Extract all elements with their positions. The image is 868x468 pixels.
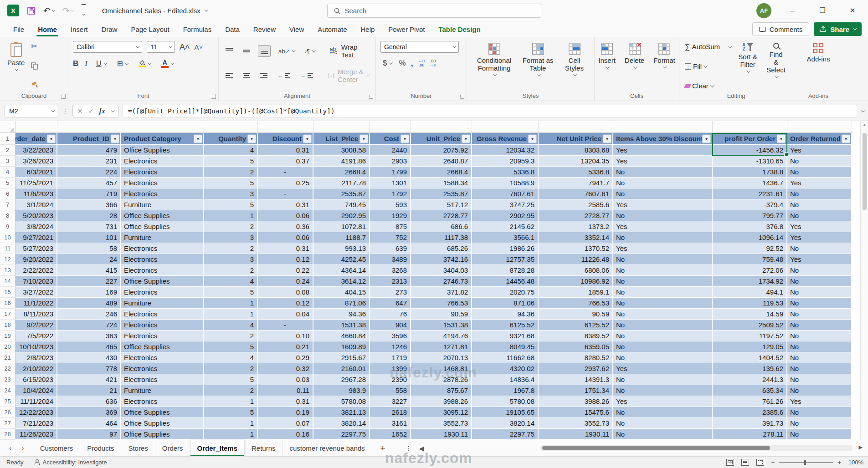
table-cell[interactable]: 1719 xyxy=(370,352,411,363)
sheet-tab-customers[interactable]: Customers xyxy=(33,440,81,456)
row-header[interactable]: 12 xyxy=(0,254,15,265)
table-cell[interactable]: Electronics xyxy=(121,309,204,320)
decrease-font-icon[interactable]: A˅ xyxy=(195,44,203,51)
table-cell[interactable]: 3821.13 xyxy=(313,407,370,418)
table-cell[interactable]: 421 xyxy=(57,374,121,385)
table-cell[interactable]: 1609.89 xyxy=(313,341,370,352)
table-cell[interactable]: 2 xyxy=(204,331,258,341)
table-cell[interactable]: 2440 xyxy=(370,145,411,156)
table-cell[interactable]: 0.29 xyxy=(258,352,313,363)
page-break-view-button[interactable] xyxy=(756,459,764,466)
ribbon-tab-view[interactable]: View xyxy=(282,21,311,37)
table-cell[interactable]: No xyxy=(613,298,713,309)
column-header-product-category[interactable]: Product Category▾ xyxy=(121,133,204,145)
row-header[interactable]: 22 xyxy=(0,363,15,374)
table-cell[interactable]: 1734.92 xyxy=(713,276,787,287)
font-dialog-launcher-icon[interactable] xyxy=(211,94,216,99)
table-cell[interactable]: No xyxy=(613,429,713,440)
table-cell[interactable]: 4320.02 xyxy=(472,363,539,374)
column-header-items-above-30-discount[interactable]: Items Above 30% Discount▾ xyxy=(613,133,713,145)
table-cell[interactable]: 2585.6 xyxy=(539,199,613,210)
table-cell[interactable]: 724 xyxy=(57,320,121,331)
filter-dropdown-icon[interactable]: ▾ xyxy=(303,134,312,143)
table-cell[interactable]: 366 xyxy=(57,199,121,210)
table-cell[interactable]: 3227 xyxy=(370,396,411,407)
row-header[interactable]: 26 xyxy=(0,407,15,418)
table-cell[interactable]: Office Supplies xyxy=(121,429,204,440)
table-cell[interactable]: 1096.14 xyxy=(713,232,787,243)
table-cell[interactable]: Office Supplies xyxy=(121,418,204,429)
table-cell[interactable]: 11226.48 xyxy=(539,254,613,265)
table-cell[interactable]: No xyxy=(613,320,713,331)
table-cell[interactable]: 3820.14 xyxy=(313,418,370,429)
row-header[interactable]: 11 xyxy=(0,243,15,254)
clipboard-dialog-launcher-icon[interactable] xyxy=(61,94,66,99)
table-cell[interactable]: 871.06 xyxy=(313,298,370,309)
table-cell[interactable]: 1859.1 xyxy=(539,287,613,298)
table-cell[interactable]: 24 xyxy=(57,254,121,265)
table-cell[interactable]: 0.03 xyxy=(258,374,313,385)
underline-button[interactable]: U xyxy=(94,58,108,70)
table-cell[interactable]: Yes xyxy=(613,363,713,374)
table-cell[interactable]: Electronics xyxy=(121,167,204,178)
table-cell[interactable]: 371.82 xyxy=(411,287,472,298)
table-cell[interactable]: 2878.26 xyxy=(411,374,472,385)
table-cell[interactable]: 2535.87 xyxy=(411,188,472,199)
table-cell[interactable]: 0.37 xyxy=(258,156,313,167)
table-cell[interactable]: 0.19 xyxy=(258,407,313,418)
table-cell[interactable]: - xyxy=(258,188,313,199)
table-cell[interactable]: 0.31 xyxy=(258,145,313,156)
table-cell[interactable]: 12757.35 xyxy=(472,254,539,265)
table-cell[interactable]: 4 xyxy=(204,145,258,156)
table-cell[interactable]: No xyxy=(613,374,713,385)
table-cell[interactable]: 4252.45 xyxy=(313,254,370,265)
table-cell[interactable]: 3404.03 xyxy=(411,265,472,276)
table-cell[interactable]: 1930.11 xyxy=(411,429,472,440)
table-cell[interactable]: 2 xyxy=(204,265,258,276)
table-cell[interactable]: 3988.26 xyxy=(411,396,472,407)
table-cell[interactable]: 3552.73 xyxy=(411,418,472,429)
table-cell[interactable]: No xyxy=(787,210,852,221)
table-cell[interactable]: 2902.95 xyxy=(313,210,370,221)
table-cell[interactable]: 1301 xyxy=(370,178,411,188)
vertical-scrollbar[interactable]: ▲ xyxy=(860,121,868,440)
table-cell[interactable]: 2967.28 xyxy=(313,374,370,385)
table-cell[interactable]: 983.9 xyxy=(313,385,370,396)
table-cell[interactable]: No xyxy=(613,178,713,188)
table-cell[interactable]: 90.59 xyxy=(411,309,472,320)
table-cell[interactable]: 3/22/2023 xyxy=(15,145,57,156)
table-cell[interactable]: 4660.84 xyxy=(313,331,370,341)
table-cell[interactable]: 1738.8 xyxy=(713,167,787,178)
row-header[interactable]: 13 xyxy=(0,265,15,276)
table-cell[interactable]: 1799 xyxy=(370,167,411,178)
table-cell[interactable]: 246 xyxy=(57,309,121,320)
table-cell[interactable]: 415 xyxy=(57,265,121,276)
table-cell[interactable]: 875.67 xyxy=(411,385,472,396)
table-cell[interactable]: 635.34 xyxy=(713,385,787,396)
table-cell[interactable]: 7607.61 xyxy=(539,188,613,199)
fill-color-button[interactable] xyxy=(136,58,153,70)
table-cell[interactable]: 0.24 xyxy=(258,276,313,287)
table-cell[interactable]: 14.59 xyxy=(713,309,787,320)
table-cell[interactable]: 5 xyxy=(204,178,258,188)
table-cell[interactable]: No xyxy=(787,309,852,320)
row-header[interactable]: 6 xyxy=(0,188,15,199)
table-cell[interactable]: 2668.4 xyxy=(411,167,472,178)
table-cell[interactable]: 94.36 xyxy=(313,309,370,320)
table-cell[interactable]: 749.45 xyxy=(313,199,370,210)
table-cell[interactable]: 1468.81 xyxy=(411,363,472,374)
share-button[interactable]: Share xyxy=(814,22,862,36)
table-cell[interactable]: 3/27/2022 xyxy=(15,287,57,298)
copy-icon[interactable] xyxy=(31,62,38,70)
cancel-formula-icon[interactable]: ✕ xyxy=(77,107,83,115)
table-cell[interactable]: 2070.13 xyxy=(411,352,472,363)
scroll-up-icon[interactable]: ▲ xyxy=(861,121,868,128)
zoom-slider[interactable]: − + xyxy=(771,459,841,466)
column-heading[interactable] xyxy=(539,121,613,132)
table-cell[interactable]: 761.26 xyxy=(713,396,787,407)
table-cell[interactable]: No xyxy=(787,243,852,254)
table-cell[interactable]: 0.22 xyxy=(258,265,313,276)
table-cell[interactable]: 799.77 xyxy=(713,210,787,221)
table-cell[interactable]: 12/22/2023 xyxy=(15,407,57,418)
table-cell[interactable]: 8/11/2023 xyxy=(15,309,57,320)
